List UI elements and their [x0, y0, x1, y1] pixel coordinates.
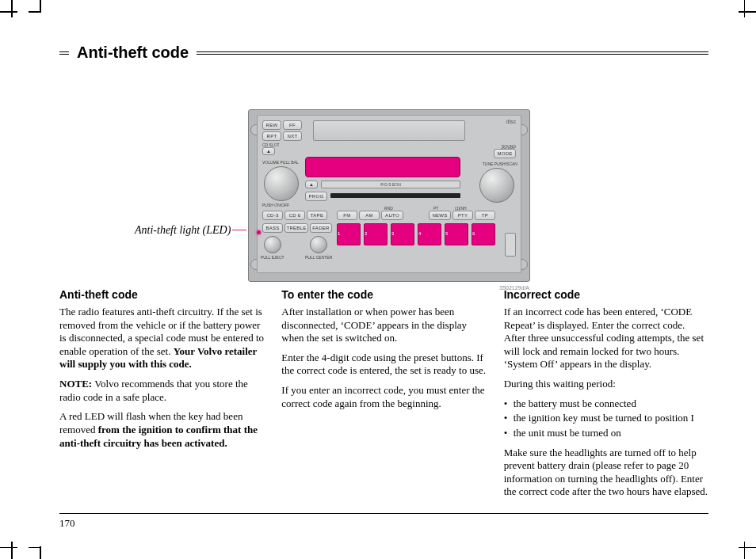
page-content: Anti-theft code Anti-theft light (LED) d… — [59, 44, 708, 527]
col3-p1: If an incorrect code has been entered, ‘… — [504, 306, 708, 371]
title-rule — [197, 51, 708, 55]
cd-slot[interactable] — [330, 193, 460, 198]
preset-3-button[interactable]: 3 — [391, 223, 414, 245]
preset-2-button[interactable]: 2 — [364, 223, 388, 245]
bass-button[interactable]: BASS — [262, 223, 283, 233]
small-knob-left[interactable] — [264, 236, 281, 253]
column-2: To enter the code After installation or … — [281, 288, 486, 505]
preset-label: 6 — [472, 231, 475, 236]
cassette-door — [313, 120, 465, 141]
tp-button[interactable]: TP — [475, 211, 495, 220]
list-item: the ignition key must be turned to posit… — [504, 412, 708, 425]
col3-heading: Incorrect code — [504, 288, 708, 302]
radio-display — [305, 157, 460, 177]
crop-mark — [739, 547, 756, 549]
anti-theft-led-icon — [257, 230, 261, 234]
crop-mark — [11, 542, 13, 559]
preset-1-button[interactable]: 1 — [337, 223, 361, 245]
page-number: 170 — [59, 517, 708, 530]
crop-mark — [0, 11, 17, 13]
treble-button[interactable]: TREBLE — [284, 223, 308, 233]
crop-mark — [739, 11, 756, 13]
prog-button[interactable]: PROG — [305, 192, 327, 201]
list-item: the unit must be turned on — [504, 427, 708, 440]
crop-mark — [40, 0, 41, 13]
crop-mark — [40, 546, 41, 559]
col3-p2: During this waiting period: — [504, 378, 708, 391]
ff-button[interactable]: FF — [283, 120, 302, 130]
figure: Anti-theft light (LED) disc VOLVO 3-DISC… — [59, 78, 708, 283]
auto-button[interactable]: AUTO — [381, 211, 403, 220]
footer-rule — [59, 513, 708, 514]
col3-list: the battery must be connected the igniti… — [504, 397, 708, 440]
radio-unit: disc VOLVO 3-DISC CHANGER SC-900 REW FF … — [248, 109, 530, 282]
volume-label: VOLUME PULL BAL — [262, 160, 299, 165]
tune-label: TUNE PUSH/SCAN — [483, 162, 517, 166]
volume-knob[interactable] — [264, 166, 299, 201]
crop-mark — [0, 547, 17, 549]
fader-button[interactable]: FADER — [310, 223, 332, 233]
column-1: Anti-theft code The radio features anti-… — [59, 288, 264, 505]
list-item: the battery must be connected — [504, 397, 708, 411]
col1-heading: Anti-theft code — [59, 288, 264, 302]
fm-button[interactable]: FM — [337, 211, 357, 220]
figure-caption: Anti-theft light (LED) — [135, 224, 231, 237]
text-columns: Anti-theft code The radio features anti-… — [59, 288, 708, 505]
preset-5-button[interactable]: 5 — [445, 223, 468, 245]
crop-mark — [744, 542, 746, 559]
page-title-row: Anti-theft code — [59, 44, 708, 62]
col2-p1: After installation or when power has bee… — [281, 306, 486, 345]
crop-mark — [11, 0, 13, 17]
radio-faceplate: disc VOLVO 3-DISC CHANGER SC-900 REW FF … — [257, 115, 521, 273]
column-3: Incorrect code If an incorrect code has … — [504, 288, 708, 505]
tune-knob[interactable] — [479, 168, 514, 203]
eject-button[interactable]: ▲ — [262, 147, 275, 155]
mode-button[interactable]: MODE — [494, 149, 516, 158]
news-button[interactable]: NEWS — [429, 211, 451, 220]
col2-heading: To enter the code — [281, 288, 486, 302]
preset-6-button[interactable]: 6 — [472, 223, 495, 245]
cd3-button[interactable]: CD-3 — [262, 211, 283, 220]
title-rule — [59, 51, 69, 55]
nxt-button[interactable]: NXT — [283, 131, 302, 141]
preset-4-button[interactable]: 4 — [418, 223, 441, 245]
page-title: Anti-theft code — [77, 44, 189, 62]
tape-button[interactable]: TAPE — [307, 211, 327, 220]
image-number: 3502129d/A — [499, 285, 529, 291]
pull-eject-label: PULL EJECT — [261, 255, 284, 260]
side-slot — [505, 233, 516, 257]
preset-label: 4 — [418, 231, 421, 236]
am-button[interactable]: AM — [359, 211, 380, 220]
preset-label: 2 — [365, 231, 367, 236]
leader-line — [232, 230, 246, 230]
rpt-button[interactable]: RPT — [262, 131, 281, 141]
col1-p1: The radio features anti-theft circuitry.… — [59, 306, 264, 371]
col2-p2: Enter the 4-digit code using the preset … — [281, 352, 486, 378]
col1-p2: A red LED will flash when the key had be… — [59, 410, 264, 450]
col1-note: NOTE: Volvo recommends that you store th… — [59, 378, 264, 404]
cd-logo-icon: disc — [506, 119, 516, 124]
preset-label: 1 — [338, 231, 340, 236]
small-knob-right[interactable] — [310, 236, 327, 253]
note-label: NOTE: — [59, 378, 92, 390]
eject2-button[interactable]: ▲ — [305, 181, 318, 188]
preset-label: 5 — [445, 231, 448, 236]
rew-button[interactable]: REW — [262, 120, 281, 130]
pty-button[interactable]: PTY — [452, 211, 473, 220]
rds-panel: R·D·S EON — [321, 181, 460, 188]
cd6-button[interactable]: CD 6 — [284, 211, 305, 220]
rds-label: R·D·S EON — [380, 182, 401, 187]
push-onoff-label: PUSH ON/OFF — [262, 203, 289, 207]
col3-p3: Make sure the headlights are turned off … — [504, 447, 708, 500]
crop-mark — [744, 0, 746, 17]
col2-p3: If you enter an incorrect code, you must… — [281, 384, 486, 410]
pull-center-label: PULL CENTER — [305, 255, 332, 260]
preset-label: 3 — [391, 231, 394, 236]
